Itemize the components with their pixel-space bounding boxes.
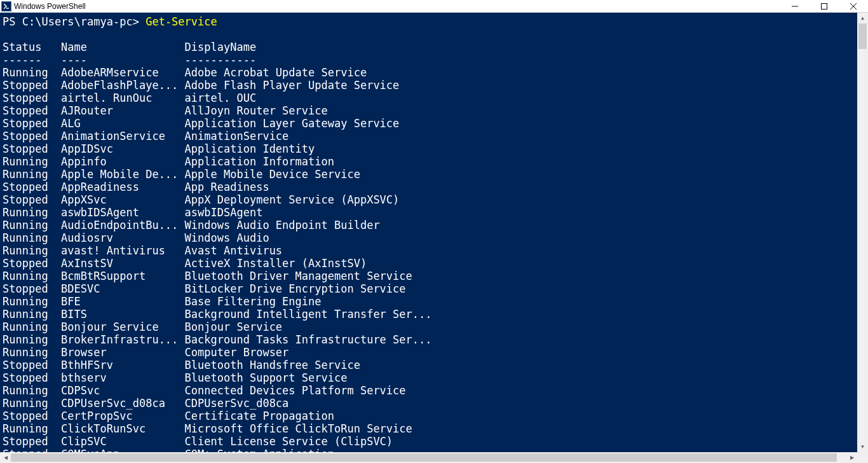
service-row: Running Appinfo Application Information	[3, 155, 857, 168]
service-row: Stopped BDESVC BitLocker Drive Encryptio…	[3, 282, 857, 295]
service-row: Stopped ALG Application Layer Gateway Se…	[3, 117, 857, 130]
service-row: Stopped bthserv Bluetooth Support Servic…	[3, 371, 857, 384]
service-row: Stopped airtel. RunOuc airtel. OUC	[3, 92, 857, 104]
service-row: Running AdobeARMservice Adobe Acrobat Up…	[3, 66, 857, 79]
service-row: Stopped ClipSVC Client License Service (…	[3, 435, 857, 448]
service-row: Stopped BthHFSrv Bluetooth Handsfree Ser…	[3, 359, 857, 371]
service-row: Running ClickToRunSvc Microsoft Office C…	[3, 422, 857, 435]
terminal-output[interactable]: PS C:\Users\ramya-pc> Get-Service Status…	[0, 13, 857, 452]
window-controls	[780, 0, 868, 12]
service-row: Stopped AppReadiness App Readiness	[3, 181, 857, 193]
powershell-icon	[1, 1, 11, 11]
prompt-line: PS C:\Users\ramya-pc> Get-Service	[3, 15, 857, 28]
service-row: Stopped AnimationService AnimationServic…	[3, 130, 857, 142]
service-row: Running CDPUserSvc_d08ca CDPUserSvc_d08c…	[3, 397, 857, 410]
column-header-row: Status Name DisplayName	[3, 41, 857, 53]
horizontal-scroll-thumb[interactable]	[11, 453, 837, 462]
service-row: Stopped AdobeFlashPlaye... Adobe Flash P…	[3, 79, 857, 92]
service-row: Running AudioEndpointBu... Windows Audio…	[3, 219, 857, 232]
service-row: Running Audiosrv Windows Audio	[3, 232, 857, 244]
minimize-button[interactable]	[780, 0, 810, 13]
service-row: Stopped AxInstSV ActiveX Installer (AxIn…	[3, 257, 857, 270]
service-row: Running Apple Mobile De... Apple Mobile …	[3, 168, 857, 181]
service-row: Running BFE Base Filtering Engine	[3, 295, 857, 308]
svg-rect-2	[822, 4, 827, 10]
service-row: Stopped COMSysApp COM+ System Applicatio…	[3, 448, 857, 452]
prompt-text: PS C:\Users\ramya-pc>	[3, 15, 146, 28]
close-button[interactable]	[839, 0, 868, 13]
scrollbar-corner	[857, 452, 868, 463]
service-row: Running BITS Background Intelligent Tran…	[3, 308, 857, 321]
horizontal-scrollbar[interactable]: ◀ ▶	[0, 452, 868, 463]
command-text: Get-Service	[146, 15, 217, 28]
vertical-scrollbar[interactable]: ▲ ▼	[857, 13, 868, 452]
service-row: Running avast! Antivirus Avast Antivirus	[3, 244, 857, 257]
blank-line	[3, 28, 857, 41]
scroll-up-arrow-icon[interactable]: ▲	[857, 13, 868, 24]
terminal-area: PS C:\Users\ramya-pc> Get-Service Status…	[0, 13, 868, 452]
scroll-right-arrow-icon[interactable]: ▶	[846, 452, 857, 463]
scroll-down-arrow-icon[interactable]: ▼	[857, 441, 868, 452]
service-row: Running BcmBtRSupport Bluetooth Driver M…	[3, 270, 857, 282]
service-row: Running Browser Computer Browser	[3, 346, 857, 359]
service-row: Running BrokerInfrastru... Background Ta…	[3, 333, 857, 346]
service-row: Stopped CertPropSvc Certificate Propagat…	[3, 410, 857, 422]
maximize-button[interactable]	[810, 0, 839, 13]
scroll-left-arrow-icon[interactable]: ◀	[0, 452, 11, 463]
service-row: Stopped AppXSvc AppX Deployment Service …	[3, 193, 857, 206]
titlebar-left: Windows PowerShell	[0, 1, 86, 11]
window-titlebar: Windows PowerShell	[0, 0, 868, 13]
service-row: Running Bonjour Service Bonjour Service	[3, 321, 857, 333]
service-row: Stopped AJRouter AllJoyn Router Service	[3, 104, 857, 117]
service-row: Running aswbIDSAgent aswbIDSAgent	[3, 206, 857, 219]
service-row: Running CDPSvc Connected Devices Platfor…	[3, 384, 857, 397]
vertical-scroll-thumb[interactable]	[858, 24, 867, 49]
service-row: Stopped AppIDSvc Application Identity	[3, 142, 857, 155]
column-separator-row: ------ ---- -----------	[3, 53, 857, 66]
window-title: Windows PowerShell	[14, 2, 86, 11]
